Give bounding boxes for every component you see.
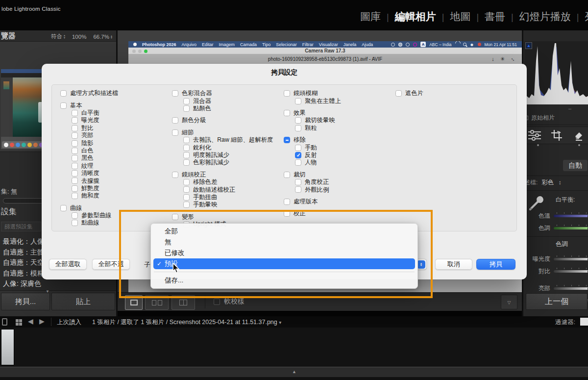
status-icon[interactable] xyxy=(413,43,417,47)
mac-menu-item[interactable]: Editar xyxy=(202,42,214,47)
select-all-button[interactable]: 全部選取 xyxy=(49,259,87,270)
copy-settings-button[interactable]: 拷貝... xyxy=(1,293,50,310)
loupe-view-button[interactable] xyxy=(125,295,143,310)
spotlight-icon[interactable] xyxy=(463,43,466,46)
before-after-view-button[interactable] xyxy=(145,295,169,310)
preset-item[interactable]: 人像: 深膚色 xyxy=(0,279,118,289)
slider-track[interactable] xyxy=(554,215,588,217)
menu-item[interactable]: 全部 xyxy=(153,226,415,237)
filmstrip-info[interactable]: 1 張相片 / 選取了 1 張相片 / Screenshot 2025-04-2… xyxy=(92,318,281,327)
download-icon[interactable]: ↓ xyxy=(491,56,494,62)
shadow-clipping-icon[interactable]: ▲ xyxy=(525,42,532,49)
apple-logo-icon[interactable] xyxy=(133,43,137,46)
input-source-badge[interactable]: A xyxy=(420,42,426,47)
checkbox[interactable] xyxy=(183,105,190,112)
checkbox[interactable] xyxy=(295,152,301,158)
checkbox[interactable] xyxy=(172,90,178,97)
checkbox[interactable] xyxy=(395,90,402,97)
input-source-name[interactable]: ABC – India xyxy=(429,42,451,47)
checkbox[interactable] xyxy=(172,129,178,136)
checkbox[interactable] xyxy=(295,186,301,193)
checkbox[interactable] xyxy=(183,145,190,151)
checkbox[interactable] xyxy=(183,152,190,158)
checkbox[interactable] xyxy=(183,159,190,166)
checkbox[interactable] xyxy=(295,98,301,104)
checkbox[interactable] xyxy=(284,90,290,97)
slider-track[interactable] xyxy=(554,258,588,260)
checkbox[interactable] xyxy=(295,145,301,151)
checkbox[interactable] xyxy=(284,199,290,205)
checkbox[interactable] xyxy=(295,125,301,131)
stepper-icon[interactable]: ▴▾ xyxy=(559,180,561,185)
checkbox[interactable] xyxy=(295,179,301,185)
checkbox[interactable] xyxy=(284,137,290,143)
checkbox[interactable] xyxy=(72,163,78,169)
mac-menu-item[interactable]: Tipo xyxy=(262,42,270,47)
soft-proof-control[interactable]: 軟校樣 xyxy=(214,297,245,306)
mac-menu-item[interactable]: Camada xyxy=(240,42,257,47)
filter-toggle[interactable] xyxy=(580,318,588,326)
checkbox[interactable] xyxy=(72,193,78,199)
filter-presets-field[interactable]: 篩選預設集 xyxy=(1,222,41,231)
checkbox[interactable] xyxy=(72,220,78,226)
second-monitor-icon[interactable] xyxy=(2,318,7,326)
status-icon[interactable] xyxy=(391,43,395,47)
auto-button[interactable]: 自動 xyxy=(563,160,588,171)
soft-proof-checkbox[interactable] xyxy=(214,299,220,305)
zoom-ratio-option[interactable]: 66.7%▴▾ xyxy=(93,34,112,40)
slider-track[interactable] xyxy=(554,227,588,229)
settings-gear-icon[interactable]: ✳ xyxy=(500,56,505,62)
mac-menu-item[interactable]: Visualizar xyxy=(319,42,338,47)
module-tab[interactable]: 圖庫 xyxy=(360,10,381,24)
checkbox[interactable] xyxy=(72,117,78,124)
mac-menu-item[interactable]: Janela xyxy=(343,42,357,47)
grid-view-icon[interactable] xyxy=(16,319,22,326)
checkbox[interactable] xyxy=(295,117,301,124)
previous-button[interactable]: 上一個 xyxy=(526,293,588,310)
slider-track[interactable] xyxy=(554,287,588,290)
checkbox[interactable] xyxy=(72,140,78,147)
next-photo-arrow[interactable]: ▶ xyxy=(39,317,45,325)
checkbox[interactable] xyxy=(172,117,178,124)
menu-item[interactable]: 預設 xyxy=(153,258,415,269)
checkbox[interactable] xyxy=(60,205,67,211)
checkbox[interactable] xyxy=(72,132,78,139)
checkbox[interactable] xyxy=(72,212,78,219)
menu-item[interactable]: 無 xyxy=(153,237,415,248)
checkbox[interactable] xyxy=(72,155,78,161)
status-icon[interactable] xyxy=(398,43,402,47)
profile-value[interactable]: 彩色 xyxy=(541,178,554,187)
zoom-100-option[interactable]: 100% xyxy=(72,34,86,40)
histogram[interactable]: ▲ xyxy=(524,41,588,104)
status-icon[interactable] xyxy=(406,43,410,47)
user-icon[interactable]: ☻ xyxy=(470,42,474,47)
module-tab[interactable]: 地圖 xyxy=(436,10,471,24)
panel-expand-arrow-icon[interactable]: ▲ xyxy=(292,369,296,374)
checkbox[interactable] xyxy=(72,110,78,116)
mac-menu-item[interactable]: Selecionar xyxy=(276,42,297,47)
checkbox[interactable] xyxy=(72,177,78,184)
mac-menu-item[interactable]: Arquivo xyxy=(182,42,197,47)
collapse-dash-icon[interactable]: – xyxy=(568,105,571,111)
paste-settings-button[interactable]: 貼上 xyxy=(51,293,115,310)
checkbox[interactable] xyxy=(284,210,290,217)
checkbox[interactable] xyxy=(172,172,178,178)
wifi-icon[interactable] xyxy=(455,43,460,46)
checkbox[interactable] xyxy=(72,125,78,131)
module-tab[interactable]: 列 xyxy=(571,10,588,24)
mac-menu-item[interactable]: Imagem xyxy=(219,42,235,47)
compare-original-toggle[interactable]: 原始相片 xyxy=(524,114,555,122)
checkbox[interactable] xyxy=(295,159,301,166)
crop-icon[interactable] xyxy=(551,129,563,141)
checkbox[interactable] xyxy=(284,172,290,178)
copy-button[interactable]: 拷貝 xyxy=(476,259,515,270)
mac-menu-item[interactable]: Ajuda xyxy=(362,42,373,47)
fit-zoom-option[interactable]: 符合▴▾ xyxy=(51,33,65,40)
select-none-button[interactable]: 全部不選 xyxy=(92,259,130,270)
checkbox[interactable] xyxy=(183,179,190,185)
cancel-button[interactable]: 取消 xyxy=(435,259,472,270)
last-import-label[interactable]: 上次讀入 xyxy=(57,318,81,327)
slider-track[interactable] xyxy=(554,270,588,273)
checkbox[interactable] xyxy=(183,194,190,201)
eraser-icon[interactable] xyxy=(573,129,585,141)
